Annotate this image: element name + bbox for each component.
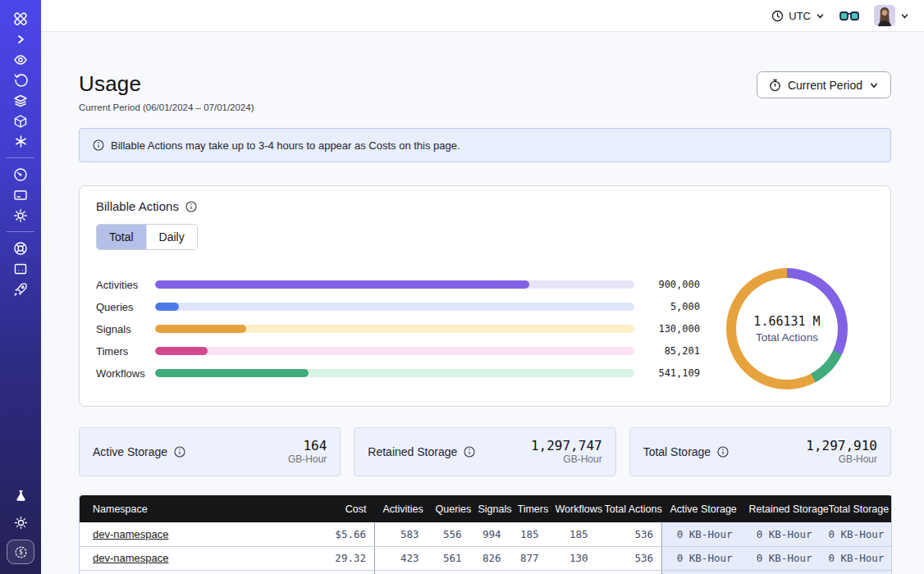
bar-row-timers: Timers 85,201 <box>96 346 700 356</box>
table-row: dev-namespace $5.66 583 556 994 185 185 … <box>80 522 892 546</box>
clock-icon <box>771 10 784 22</box>
active-storage-unit: GB-Hour <box>288 453 327 465</box>
eye-icon[interactable] <box>6 49 35 70</box>
billable-actions-chart: Activities 900,000 Queries 5,000 Signals… <box>96 268 874 390</box>
col-queries: Queries <box>428 495 470 522</box>
signals-cell: 994 <box>470 522 510 546</box>
signals-cell: 826 <box>470 546 510 570</box>
donut-total-label: Total Actions <box>756 331 818 344</box>
total-actions-donut: 1.66131 M Total Actions <box>726 268 848 390</box>
sidebar-divider <box>7 157 34 158</box>
col-retained-storage: Retained Storage <box>741 495 821 522</box>
asterisk-icon[interactable] <box>6 131 35 152</box>
bar-row-queries: Queries 5,000 <box>96 302 700 312</box>
chart-mode-tabs: Total Daily <box>96 224 198 250</box>
activities-cell: 423 <box>375 546 428 570</box>
retained-storage-cell: 0 KB-Hour <box>741 546 821 570</box>
namespace-link[interactable]: dev-namespace <box>93 528 169 540</box>
bar-value: 5,000 <box>643 301 700 312</box>
bar-value: 85,201 <box>643 345 700 357</box>
info-banner: Billable Actions may take up to 3-4 hour… <box>79 128 891 162</box>
active-storage-value: 164 <box>288 439 327 453</box>
total-actions-cell: 130 <box>597 570 662 574</box>
table-row: dev-namespace 29.32 423 561 826 877 130 … <box>80 546 892 570</box>
timers-cell: 816 <box>510 570 547 574</box>
table-row: dev-namespace $3.35 492 536 883 816 600 … <box>80 570 892 574</box>
timers-cell: 185 <box>510 522 547 546</box>
col-workflows: Workflows <box>547 495 597 522</box>
top-header: UTC <box>41 0 924 32</box>
workflows-cell: 130 <box>547 546 597 570</box>
page-title: Usage <box>79 71 254 97</box>
user-menu[interactable] <box>874 5 909 26</box>
table-header-row: Namespace Cost Activities Queries Signal… <box>80 495 892 522</box>
bar-label: Workflows <box>96 367 155 380</box>
bar-row-activities: Activities 900,000 <box>96 280 700 289</box>
total-storage-value: 1,297,910 <box>806 439 877 453</box>
total-actions-cell: 536 <box>597 522 662 546</box>
sun-icon[interactable] <box>6 512 35 533</box>
retained-storage-value: 1,297,747 <box>531 439 602 453</box>
bar-track <box>155 369 634 377</box>
timezone-selector[interactable]: UTC <box>771 10 825 22</box>
total-storage-cell: 0 KB-Hour <box>821 570 892 574</box>
bar-label: Activities <box>96 279 155 291</box>
bar-fill <box>155 347 208 355</box>
feedback-monitor-icon[interactable] <box>6 258 35 279</box>
period-selector-button[interactable]: Current Period <box>757 71 891 98</box>
donut-chart-box: 1.66131 M Total Actions <box>700 268 874 390</box>
info-icon[interactable] <box>717 446 729 458</box>
active-storage-cell: 0 KB-Hour <box>662 522 741 546</box>
total-storage-label: Total Storage <box>643 445 711 458</box>
cost-cell: $5.66 <box>285 522 375 546</box>
cube-icon[interactable] <box>6 111 35 131</box>
lifebuoy-icon[interactable] <box>6 238 35 258</box>
namespace-link[interactable]: dev-namespace <box>93 552 169 564</box>
usage-billing-active-button[interactable]: $ <box>7 540 34 564</box>
total-storage-cell: 0 KB-Hour <box>821 546 892 570</box>
sidebar: $ <box>0 0 41 574</box>
col-cost: Cost <box>285 495 375 522</box>
donut-center: 1.66131 M Total Actions <box>736 278 838 380</box>
bar-fill <box>155 325 246 333</box>
total-storage-cell: 0 KB-Hour <box>821 522 892 546</box>
page-subtitle: Current Period (06/01/2024 – 07/01/2024) <box>79 102 254 112</box>
billable-actions-card: Billable Actions Total Daily Activities … <box>79 185 891 407</box>
glasses-icon[interactable] <box>839 10 859 21</box>
chevron-down-icon <box>900 11 909 20</box>
active-storage-card: Active Storage 164 GB-Hour <box>79 427 341 476</box>
rocket-icon[interactable] <box>6 279 35 299</box>
info-icon[interactable] <box>174 446 185 458</box>
gauge-icon[interactable] <box>6 164 35 184</box>
total-actions-cell: 536 <box>597 546 662 570</box>
retained-storage-cell: 0 KB-Hour <box>741 570 821 574</box>
retained-storage-cell: 0 KB-Hour <box>741 522 821 546</box>
collapse-chevron-icon[interactable] <box>6 29 35 49</box>
history-icon[interactable] <box>6 70 35 90</box>
temporal-logo-icon[interactable] <box>6 8 35 29</box>
signals-cell: 883 <box>470 570 510 574</box>
sidebar-divider <box>7 231 34 232</box>
billing-card-icon[interactable] <box>6 184 35 205</box>
bar-track <box>155 325 634 333</box>
flask-icon[interactable] <box>6 485 35 506</box>
tab-daily[interactable]: Daily <box>146 225 197 249</box>
bar-fill <box>155 303 179 311</box>
retained-storage-label: Retained Storage <box>368 445 457 458</box>
layers-icon[interactable] <box>6 90 35 111</box>
svg-text:$: $ <box>19 549 23 556</box>
bar-chart: Activities 900,000 Queries 5,000 Signals… <box>96 280 700 378</box>
tab-total[interactable]: Total <box>97 225 146 249</box>
info-icon[interactable] <box>464 446 475 458</box>
main-content: Usage Current Period (06/01/2024 – 07/01… <box>41 32 924 574</box>
bar-row-workflows: Workflows 541,109 <box>96 368 700 378</box>
bar-label: Queries <box>96 301 155 313</box>
bar-label: Signals <box>96 323 155 335</box>
gear-icon[interactable] <box>6 205 35 226</box>
bar-label: Timers <box>96 345 155 358</box>
chevron-down-icon <box>869 80 879 90</box>
info-icon[interactable] <box>185 201 197 212</box>
chevron-down-icon <box>816 11 825 20</box>
bar-track <box>155 280 634 289</box>
avatar <box>874 5 895 26</box>
